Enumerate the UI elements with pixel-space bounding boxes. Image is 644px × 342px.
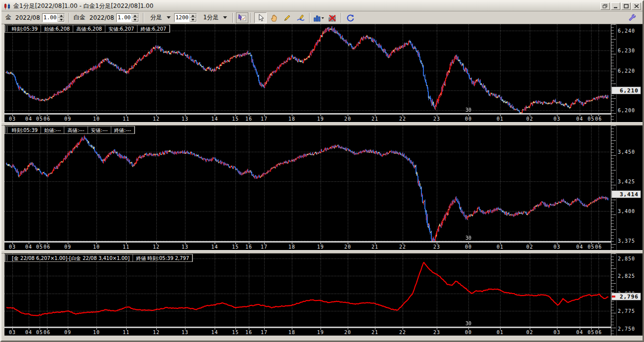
pointer-tool-button[interactable]	[254, 12, 267, 23]
x-axis-label: 04	[576, 330, 583, 335]
y-axis-label: 3,450	[618, 149, 635, 155]
candlestick-app-icon	[3, 3, 11, 10]
chart-stack: 時刻:05:39 始値:6,208 高値:6,208 安値:6,207 終値:6…	[1, 24, 643, 341]
clear-indicators-button[interactable]	[326, 12, 338, 23]
x-axis-label: 06	[595, 330, 602, 335]
x-axis-label: 04	[576, 116, 583, 122]
x-axis-label: 18	[288, 244, 295, 250]
platinum-multiplier-value[interactable]: 1.00	[117, 14, 132, 22]
x-axis-label: 19	[317, 330, 324, 335]
x-axis-label: 06	[595, 116, 602, 122]
x-axis-label: 03	[553, 244, 560, 250]
x-axis-label: 00	[465, 244, 472, 250]
x-axis-label: 12	[153, 116, 160, 122]
platinum-multiplier-down-button[interactable]	[132, 18, 138, 22]
y-axis-label: 2,850	[618, 256, 635, 261]
settings-button[interactable]	[626, 12, 639, 23]
x-axis-label: 03	[9, 116, 16, 122]
refresh-button[interactable]	[344, 12, 357, 23]
window-bottom-edge	[1, 336, 643, 341]
toolbar: 金 2022/08 1.00 白金 2022/08 1.00 分足 1200	[1, 11, 643, 24]
x-axis-label: 21	[371, 330, 378, 335]
toolbar-separator	[341, 13, 342, 23]
x-axis-label: 17	[261, 116, 268, 122]
toolbar-separator	[69, 13, 70, 23]
spread-chart-canvas[interactable]	[4, 254, 611, 327]
bar-count-up-button[interactable]	[190, 14, 196, 18]
minimize-button[interactable]	[611, 2, 620, 10]
price-ruler	[611, 126, 617, 250]
pan-hand-tool-button[interactable]	[268, 12, 280, 23]
wrench-icon	[629, 14, 637, 22]
x-axis-label: 00	[465, 116, 472, 122]
chart-style-dropdown-button[interactable]	[313, 12, 325, 23]
axis-line	[4, 113, 611, 115]
spread-price-axis: 2,796 2,8502,8252,8002,7752,750	[611, 254, 643, 336]
x-axis-label: 22	[399, 330, 406, 335]
restore-window-button[interactable]	[600, 2, 610, 10]
bar-count-down-button[interactable]	[190, 18, 196, 22]
gold-multiplier-value[interactable]: 1.00	[43, 14, 58, 22]
info-grip[interactable]	[5, 26, 8, 32]
pencil-draw-tool-button[interactable]	[281, 12, 293, 23]
time-axis: 0304050609101112131415161718192021222300…	[4, 241, 611, 250]
x-axis-label: 21	[371, 244, 378, 250]
x-axis-label: 12	[153, 244, 160, 250]
close-button[interactable]	[632, 2, 641, 10]
platinum-chart-canvas[interactable]	[4, 126, 611, 241]
x-axis-label: 06	[595, 244, 602, 250]
maximize-icon	[624, 4, 629, 8]
x-axis-label: 23	[433, 116, 440, 122]
x-axis-label: 22	[399, 244, 406, 250]
info-grip[interactable]	[5, 255, 8, 261]
x-axis-label: 09	[64, 116, 71, 122]
x-axis-label: 02	[526, 330, 533, 335]
platinum-multiplier-spinner[interactable]: 1.00	[116, 13, 139, 22]
x-axis-label: 04	[25, 116, 32, 122]
platinum-contract-month: 2022/08	[88, 14, 116, 21]
panel-splitter[interactable]	[1, 250, 643, 254]
y-axis-label: 3,400	[618, 209, 635, 214]
chart-window: 金1分足[2022/08]1.00 - 白金1分足[2022/08]1.00 金	[0, 0, 644, 342]
interval-dropdown[interactable]: 1分足	[199, 13, 230, 23]
x-axis-label: 10	[93, 244, 100, 250]
marker-pen-tool-button[interactable]	[294, 12, 307, 23]
platinum-info-bar: 時刻:05:39 始値:--- 高値:--- 安値:--- 終値:---	[4, 126, 135, 134]
gold-multiplier-down-button[interactable]	[58, 18, 64, 22]
bar-count-value[interactable]: 1200	[175, 14, 190, 22]
price-ruler	[611, 24, 617, 122]
price-badge: 6,210	[611, 86, 641, 94]
dropdown-arrow-icon	[223, 16, 227, 19]
x-axis-label: 09	[64, 244, 71, 250]
x-axis-label: 04	[25, 244, 32, 250]
maximize-button[interactable]	[621, 2, 631, 10]
x-axis-label: 20	[344, 244, 351, 250]
gold-multiplier-up-button[interactable]	[58, 14, 64, 18]
y-axis-label: 3,425	[618, 179, 635, 184]
info-field: 時刻:05:39	[9, 25, 41, 32]
x-axis-label: 01	[497, 116, 504, 122]
platinum-multiplier-up-button[interactable]	[132, 14, 138, 18]
x-axis-label: 13	[182, 330, 188, 335]
pencil-icon	[283, 14, 291, 22]
y-axis-label: 2,825	[618, 273, 635, 279]
panel-splitter[interactable]	[1, 122, 643, 126]
crosshair-chart-tool-button[interactable]	[236, 12, 248, 23]
info-grip[interactable]	[5, 127, 8, 133]
x-axis-label: 17	[261, 244, 268, 250]
spread-chart-panel: [金 22/08 6,207×1.00]-[白金 22/08 3,410×1.0…	[1, 254, 643, 336]
gold-multiplier-spinner[interactable]: 1.00	[42, 13, 65, 22]
gold-chart-canvas[interactable]	[4, 24, 611, 113]
bar-count-spinner[interactable]: 1200	[174, 13, 197, 22]
x-axis-label: 13	[182, 244, 188, 250]
x-axis-label: 13	[182, 116, 188, 122]
dropdown-arrow-icon	[167, 16, 171, 19]
info-field: 安値:6,207	[105, 25, 138, 32]
bar-type-dropdown[interactable]: 分足	[146, 13, 173, 23]
axis-line	[4, 241, 611, 243]
titlebar[interactable]: 金1分足[2022/08]1.00 - 白金1分足[2022/08]1.00	[1, 1, 643, 11]
info-field: 始値:6,208	[41, 25, 73, 32]
restore-icon	[602, 4, 608, 8]
time-axis: 0304050609101112131415161718192021222300…	[4, 113, 611, 122]
x-axis-label: 23	[433, 244, 440, 250]
